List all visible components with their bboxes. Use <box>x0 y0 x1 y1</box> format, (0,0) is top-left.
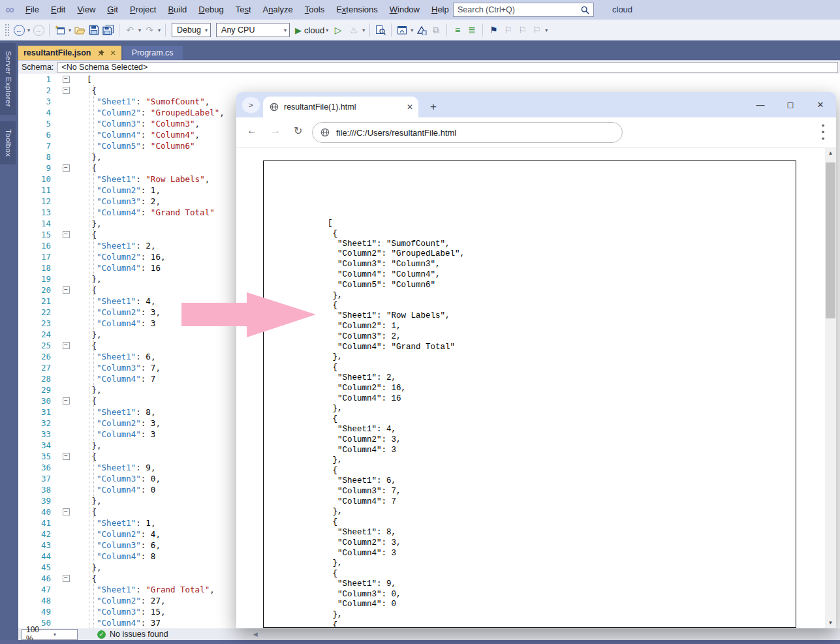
browser-menu-icon[interactable]: ••• <box>817 123 829 142</box>
fold-column[interactable]: − <box>57 162 74 174</box>
solution-explorer-icon[interactable] <box>396 22 409 38</box>
solution-configuration-select[interactable]: Debug▾ <box>172 23 211 37</box>
address-bar[interactable]: file:///C:/Users/resultantFile.html <box>312 122 623 143</box>
bookmarks-dropdown[interactable]: ▾ <box>545 27 548 33</box>
line-number: 15 <box>18 229 57 240</box>
fold-column[interactable]: − <box>57 573 74 584</box>
line-number: 24 <box>18 329 57 340</box>
browser-scrollbar[interactable]: ▲ ▼ <box>825 148 836 628</box>
hscroll-left-arrow[interactable]: ◀ <box>253 631 258 637</box>
menu-window[interactable]: Window <box>384 0 426 20</box>
next-bookmark-icon[interactable]: ⚐ <box>516 22 529 38</box>
toggle-bookmark-icon[interactable]: ⚑ <box>487 22 500 38</box>
browser-forward-icon[interactable]: → <box>270 125 281 136</box>
close-tab-icon[interactable]: ✕ <box>110 49 116 57</box>
schema-select[interactable]: <No Schema Selected> <box>57 62 838 73</box>
redo-dropdown[interactable]: ▾ <box>158 27 161 33</box>
new-tab-button[interactable]: + <box>424 97 443 117</box>
hot-reload-dropdown[interactable]: ▾ <box>362 27 365 33</box>
code-line[interactable]: 1−[ <box>18 74 840 85</box>
start-debugging-button[interactable]: ▶ cloud ▾ <box>295 25 330 35</box>
previous-bookmark-icon[interactable]: ⚐ <box>501 22 514 38</box>
undo-icon[interactable]: ↶ <box>123 22 136 38</box>
line-number: 29 <box>18 384 57 395</box>
account-name[interactable]: cloud <box>612 0 632 20</box>
toolbar-grip-handle[interactable] <box>5 23 10 37</box>
pin-icon[interactable] <box>97 50 104 57</box>
collapse-icon[interactable]: − <box>63 231 70 238</box>
tab-search-button[interactable]: ˃ <box>242 97 260 113</box>
open-folder-icon[interactable] <box>73 22 86 38</box>
clear-bookmarks-icon[interactable]: ⚐ <box>530 22 543 38</box>
side-tab-server-explorer[interactable]: Server Explorer <box>0 43 16 115</box>
run-target-dropdown[interactable]: ▾ <box>326 27 328 33</box>
browser-back-icon[interactable]: ← <box>247 125 257 136</box>
menu-extensions[interactable]: Extensions <box>330 0 384 20</box>
find-in-files-icon[interactable] <box>374 22 387 38</box>
start-without-debugging-icon[interactable]: ▷ <box>333 22 346 38</box>
collapse-icon[interactable]: − <box>63 575 70 582</box>
navigate-forward-button[interactable]: → <box>32 22 45 38</box>
collapse-icon[interactable]: − <box>63 342 70 349</box>
tab-resultantfile-json[interactable]: resultantFile.json ✕ <box>18 46 121 60</box>
minimize-button[interactable]: — <box>745 92 775 117</box>
fold-column[interactable]: − <box>57 451 74 462</box>
collapse-icon[interactable]: − <box>63 87 70 94</box>
fold-column[interactable]: − <box>57 85 74 96</box>
menu-git[interactable]: Git <box>101 0 124 20</box>
menu-tools[interactable]: Tools <box>299 0 330 20</box>
scroll-up-icon[interactable]: ▲ <box>825 148 836 159</box>
new-project-icon[interactable] <box>54 22 67 38</box>
navigate-backward-dropdown[interactable]: ▾ <box>27 27 30 33</box>
menu-test[interactable]: Test <box>230 0 257 20</box>
solution-explorer-dropdown[interactable]: ▾ <box>411 27 413 33</box>
indent-increase-icon[interactable]: ≣ <box>465 22 478 38</box>
scrollbar-thumb[interactable] <box>826 162 835 318</box>
menu-analyze[interactable]: Analyze <box>257 0 299 20</box>
browser-title-bar[interactable]: ˃ resultantFile(1).html ✕ + — ◻ ✕ <box>236 92 836 117</box>
fold-column[interactable]: − <box>57 395 74 406</box>
collapse-icon[interactable]: − <box>63 286 70 294</box>
solution-platform-select[interactable]: Any CPU▾ <box>216 23 290 37</box>
line-number: 26 <box>18 351 57 362</box>
scroll-down-icon[interactable]: ▼ <box>825 618 836 628</box>
fold-column[interactable]: − <box>57 340 74 351</box>
collapse-icon[interactable]: − <box>63 453 70 460</box>
menu-help[interactable]: Help <box>426 0 455 20</box>
menu-file[interactable]: File <box>20 0 45 20</box>
indent-decrease-icon[interactable]: ≡ <box>451 22 464 38</box>
fold-column[interactable]: − <box>57 506 74 517</box>
redo-icon[interactable]: ↷ <box>143 22 156 38</box>
properties-icon[interactable]: ⧉ <box>429 22 443 38</box>
side-tab-toolbox[interactable]: Toolbox <box>0 121 16 164</box>
line-number: 46 <box>18 573 57 584</box>
fold-column[interactable]: − <box>57 284 74 296</box>
new-project-dropdown[interactable]: ▾ <box>69 27 71 33</box>
menu-view[interactable]: View <box>71 0 101 20</box>
editor-zoom-select[interactable]: 100 % ▾ <box>22 629 78 640</box>
browser-tab[interactable]: resultantFile(1).html ✕ <box>263 97 418 117</box>
collapse-icon[interactable]: − <box>63 508 70 515</box>
save-all-icon[interactable] <box>102 22 115 38</box>
code-text: }, <box>74 273 102 284</box>
collapse-icon[interactable]: − <box>63 164 70 172</box>
hot-reload-icon[interactable]: ♨ <box>347 22 360 38</box>
menu-build[interactable]: Build <box>162 0 193 20</box>
sync-with-active-document-icon[interactable] <box>415 22 428 38</box>
browser-reload-icon[interactable]: ↻ <box>294 125 302 137</box>
fold-column[interactable]: − <box>57 74 74 85</box>
tab-program-cs[interactable]: Program.cs <box>123 46 183 60</box>
undo-dropdown[interactable]: ▾ <box>138 27 141 33</box>
collapse-icon[interactable]: − <box>63 397 70 405</box>
save-icon[interactable] <box>87 22 101 38</box>
close-browser-tab-icon[interactable]: ✕ <box>407 102 413 112</box>
close-window-button[interactable]: ✕ <box>805 92 835 117</box>
menu-project[interactable]: Project <box>124 0 162 20</box>
menu-edit[interactable]: Edit <box>45 0 71 20</box>
navigate-backward-button[interactable]: ← <box>12 22 25 38</box>
collapse-icon[interactable]: − <box>63 76 70 83</box>
menu-debug[interactable]: Debug <box>193 0 229 20</box>
maximize-button[interactable]: ◻ <box>775 92 805 117</box>
search-input[interactable]: Search (Ctrl+Q) <box>453 3 594 17</box>
fold-column[interactable]: − <box>57 229 74 240</box>
